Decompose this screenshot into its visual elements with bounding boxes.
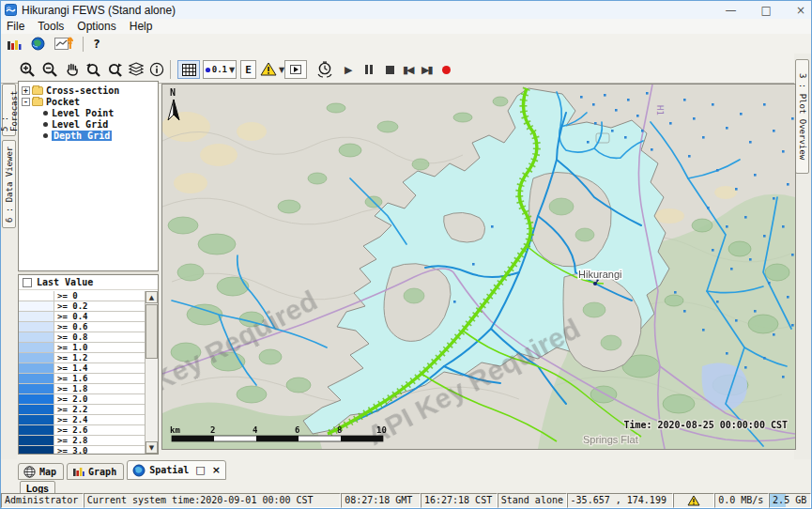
layer-tree: + Cross-section - Pocket Level Point Lev… <box>18 81 159 271</box>
tree-item-level-grid[interactable]: Level Grid <box>19 118 158 130</box>
tree-item-cross-section[interactable]: + Cross-section <box>19 85 158 96</box>
legend-row[interactable]: >= 0.8 <box>19 332 145 343</box>
tree-label-selected[interactable]: Depth Grid <box>52 131 112 141</box>
panel-maximize-button[interactable]: □ <box>195 464 205 476</box>
tab-plot-overview[interactable]: 3 : Plot Overview <box>795 59 809 174</box>
legend-color-swatch <box>19 353 54 362</box>
pan-hand-icon[interactable] <box>65 60 80 79</box>
panel-close-button[interactable]: × <box>212 464 221 476</box>
legend-row[interactable]: >= 0.6 <box>19 322 145 332</box>
legend-row[interactable]: >= 2.8 <box>19 436 145 446</box>
legend-row-label: >= 1.4 <box>54 363 88 373</box>
title-bar[interactable]: Hikurangi FEWS (Stand alone) — □ × <box>1 1 811 19</box>
legend-row[interactable]: >= 1.2 <box>19 353 145 363</box>
map-canvas[interactable]: H1 <box>162 85 795 449</box>
legend-row-label: >= 1.0 <box>54 343 88 352</box>
tree-label[interactable]: Level Point <box>52 108 114 118</box>
legend-row-label: >= 3.0 <box>54 446 88 454</box>
tab-data-viewer[interactable]: 6 : Data Viewer <box>2 140 16 228</box>
play-button[interactable]: ▶ <box>345 60 352 79</box>
svg-text:8: 8 <box>337 425 342 435</box>
menu-bar: File Tools Options Help <box>1 19 811 34</box>
area-label: Springs Flat <box>583 434 638 445</box>
menu-help[interactable]: Help <box>130 20 153 33</box>
status-warning-cell[interactable] <box>673 493 714 508</box>
grid-button[interactable] <box>177 60 200 79</box>
record-button[interactable] <box>442 60 451 79</box>
legend-color-swatch <box>19 425 54 435</box>
legend-color-swatch <box>19 405 54 414</box>
class-break-dropdown[interactable]: 0.1▼ <box>203 60 237 79</box>
tree-item-depth-grid[interactable]: Depth Grid <box>19 130 158 141</box>
town-label: Hikurangi <box>578 269 621 280</box>
chart-up-arrow-icon[interactable] <box>54 37 73 51</box>
tree-label[interactable]: Level Grid <box>52 119 108 130</box>
info-icon[interactable] <box>149 60 164 79</box>
legend-row-label: >= 2.0 <box>54 394 88 404</box>
legend-color-swatch <box>19 301 54 311</box>
legend-row-label: >= 2.6 <box>54 425 88 435</box>
stop-button[interactable] <box>386 60 394 79</box>
legend-row[interactable]: >= 2.4 <box>19 415 145 425</box>
legend-row[interactable]: >= 2.6 <box>19 425 145 436</box>
pause-button[interactable] <box>365 60 373 79</box>
legend-row-label: >= 2.8 <box>54 436 88 445</box>
menu-file[interactable]: File <box>7 20 24 33</box>
application-window: Hikurangi FEWS (Stand alone) — □ × File … <box>0 0 812 509</box>
tree-label[interactable]: Cross-section <box>46 85 119 96</box>
maximize-button[interactable]: □ <box>761 4 772 17</box>
legend-row[interactable]: >= 0 <box>19 291 145 301</box>
scroll-thumb[interactable] <box>146 304 158 359</box>
svg-text:2: 2 <box>210 425 215 435</box>
legend-row[interactable]: >= 1.6 <box>19 374 145 384</box>
legend-row[interactable]: >= 2.0 <box>19 394 145 405</box>
legend-row[interactable]: >= 0.4 <box>19 312 145 322</box>
status-memory[interactable]: 2.5 GB <box>769 493 811 508</box>
legend-scrollbar[interactable]: ▲ ▼ <box>145 291 158 454</box>
bar-chart-icon[interactable] <box>7 38 22 51</box>
skip-to-end-button[interactable]: ▶▮ <box>421 60 432 79</box>
legend-row[interactable]: >= 3.0 <box>19 446 145 454</box>
skip-to-start-button[interactable]: ▮◀ <box>403 60 413 79</box>
tab-graph[interactable]: Graph <box>67 463 124 480</box>
folder-icon <box>32 98 43 106</box>
legend-color-swatch <box>19 384 54 393</box>
legend-row[interactable]: >= 2.2 <box>19 405 145 415</box>
legend-panel: Last Value >= 0 >= 0.2 >= 0.4 <box>18 274 159 455</box>
layers-icon[interactable] <box>129 60 144 79</box>
expand-icon[interactable]: + <box>22 86 30 95</box>
label-button[interactable]: E <box>240 60 256 79</box>
scroll-down-icon[interactable]: ▼ <box>146 441 158 454</box>
tree-item-level-point[interactable]: Level Point <box>19 107 158 118</box>
help-button[interactable]: ? <box>93 37 100 51</box>
bullet-icon <box>43 133 48 138</box>
legend-row[interactable]: >= 1.4 <box>19 363 145 374</box>
zoom-in-icon[interactable] <box>20 60 36 79</box>
menu-options[interactable]: Options <box>77 20 115 33</box>
minimize-button[interactable]: — <box>726 4 737 17</box>
tree-item-pocket[interactable]: - Pocket <box>19 96 158 107</box>
tab-spatial[interactable]: Spatial □ × <box>127 460 226 480</box>
collapse-icon[interactable]: - <box>22 98 30 106</box>
legend-row[interactable]: >= 0.2 <box>19 301 145 312</box>
legend-color-swatch <box>19 291 54 301</box>
zoom-next-icon[interactable] <box>107 60 124 79</box>
warning-threshold-dropdown[interactable]: ▼ <box>260 60 284 79</box>
scroll-up-icon[interactable]: ▲ <box>146 291 158 303</box>
zoom-previous-icon[interactable] <box>85 60 102 79</box>
map-view[interactable]: H1 <box>161 84 796 450</box>
tab-forecast[interactable]: 5 : Forecast <box>2 84 16 136</box>
close-button[interactable]: × <box>796 4 805 17</box>
tab-map[interactable]: Map <box>18 463 64 480</box>
menu-tools[interactable]: Tools <box>38 20 64 33</box>
zoom-out-icon[interactable] <box>42 60 58 79</box>
globe-icon[interactable] <box>31 37 45 51</box>
tree-label[interactable]: Pocket <box>46 97 80 107</box>
app-logo-icon <box>5 4 17 16</box>
legend-row[interactable]: >= 1.8 <box>19 384 145 394</box>
right-tab-strip: 3 : Plot Overview <box>794 54 811 459</box>
animation-clock-icon[interactable] <box>316 60 333 79</box>
last-value-checkbox[interactable] <box>23 278 32 287</box>
legend-row[interactable]: >= 1.0 <box>19 343 145 353</box>
animate-play-box-button[interactable] <box>284 60 307 79</box>
